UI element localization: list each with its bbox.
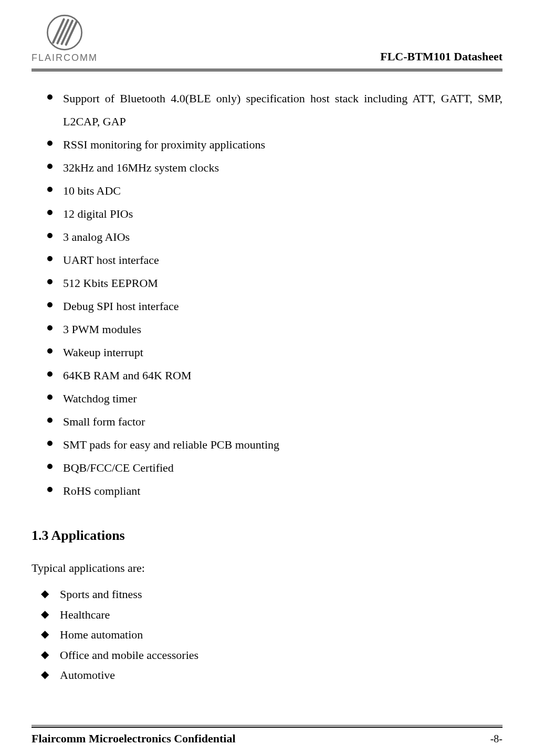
page-footer: Flaircomm Microelectronics Confidential … xyxy=(32,725,502,746)
list-item: Debug SPI host interface xyxy=(47,295,502,318)
list-item: UART host interface xyxy=(47,249,502,272)
logo-block: FLAIRCOMM xyxy=(32,15,98,63)
list-item: 32kHz and 16MHz system clocks xyxy=(47,156,502,179)
content-area: Support of Bluetooth 4.0(BLE only) speci… xyxy=(32,71,502,725)
document-title: FLC-BTM101 Datasheet xyxy=(380,50,502,63)
footer-row: Flaircomm Microelectronics Confidential … xyxy=(32,728,502,746)
page: FLAIRCOMM FLC-BTM101 Datasheet Support o… xyxy=(0,0,534,756)
page-header: FLAIRCOMM FLC-BTM101 Datasheet xyxy=(32,15,502,67)
list-item: Home automation xyxy=(41,625,502,645)
list-item: Support of Bluetooth 4.0(BLE only) speci… xyxy=(47,87,502,133)
flaircomm-logo-icon xyxy=(47,15,82,50)
list-item: 512 Kbits EEPROM xyxy=(47,272,502,295)
applications-list: Sports and fitness Healthcare Home autom… xyxy=(32,584,502,686)
header-rule xyxy=(32,69,502,70)
list-item: Automotive xyxy=(41,665,502,686)
page-number: -8- xyxy=(490,733,502,745)
list-item: Wakeup interrupt xyxy=(47,341,502,364)
list-item: Sports and fitness xyxy=(41,584,502,605)
list-item: Office and mobile accessories xyxy=(41,645,502,666)
logo-text: FLAIRCOMM xyxy=(32,52,98,63)
footer-rule-thin xyxy=(32,725,502,726)
section-intro: Typical applications are: xyxy=(32,561,502,575)
list-item: SMT pads for easy and reliable PCB mount… xyxy=(47,433,502,456)
list-item: Small form factor xyxy=(47,410,502,433)
list-item: 64KB RAM and 64K ROM xyxy=(47,364,502,387)
section-heading: 1.3 Applications xyxy=(32,528,502,544)
list-item: 10 bits ADC xyxy=(47,179,502,203)
list-item: 3 PWM modules xyxy=(47,318,502,341)
list-item: Watchdog timer xyxy=(47,387,502,410)
list-item: Healthcare xyxy=(41,605,502,625)
list-item: RSSI monitoring for proximity applicatio… xyxy=(47,133,502,156)
list-item: RoHS compliant xyxy=(47,480,502,503)
list-item: 12 digital PIOs xyxy=(47,203,502,226)
footer-confidential: Flaircomm Microelectronics Confidential xyxy=(32,732,236,746)
list-item: BQB/FCC/CE Certified xyxy=(47,456,502,480)
features-list: Support of Bluetooth 4.0(BLE only) speci… xyxy=(32,87,502,503)
list-item: 3 analog AIOs xyxy=(47,226,502,249)
